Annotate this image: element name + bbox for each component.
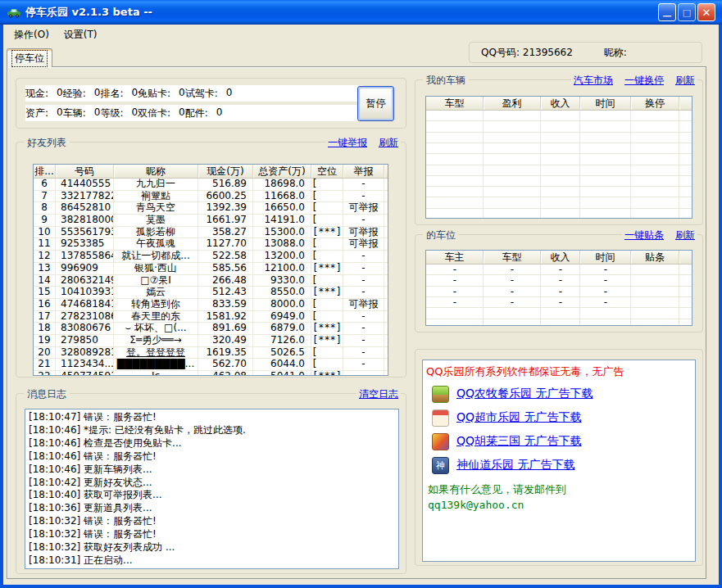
promo-link-row[interactable]: QQ超市乐园 无广告下载	[432, 409, 692, 427]
column-header-model[interactable]: 车型	[484, 251, 541, 264]
column-header-time[interactable]: 时间	[580, 251, 631, 264]
friend-row[interactable]: 17 278231086 春天里的东 1581.92 6949.0 [ ] -	[34, 311, 388, 323]
column-header-qq[interactable]: 号码	[56, 165, 114, 178]
promo-links: QQ农牧餐乐园 无广告下载 QQ超市乐园 无广告下载 QQ胡莱三国 无广告下载	[426, 385, 692, 474]
friend-row[interactable]: 14 280632149 □⑦呆Ⅰ 266.48 9330.0 [ ] -	[34, 275, 388, 287]
friend-row[interactable]: 16 474681841 转角遇到你 833.59 8000.0 [ ] 可举报	[34, 299, 388, 311]
friend-report: 可举报	[343, 202, 384, 215]
report-all-link[interactable]: 一键举报	[328, 136, 367, 150]
friend-row[interactable]: 18 83080676 ⌣ 坏坏、□(... 891.69 6879.0 [**…	[34, 323, 388, 335]
my-cars-panel: 我的车辆 汽车市场 一键换停 刷新 车型 盈利 收入 时间 换停	[415, 79, 703, 225]
friend-row[interactable]: 6 41440555 九九归一 516.89 18698.0 [ ] -	[34, 179, 388, 191]
column-header-owner[interactable]: 车主	[426, 251, 484, 264]
friend-slots: [ ]	[311, 191, 343, 203]
column-header-assets[interactable]: 总资产(万)	[253, 165, 311, 178]
column-header-income[interactable]: 收入	[541, 97, 580, 110]
friend-row[interactable]: 9 382818000 茣墨 1661.97 14191.0 [ ] -	[34, 215, 388, 227]
friend-filler	[384, 299, 388, 311]
friend-rank: 22	[34, 371, 56, 376]
column-header-cash[interactable]: 现金(万)	[198, 165, 253, 178]
column-header-rank[interactable]: 排...	[34, 165, 56, 178]
spot-income: -	[541, 297, 580, 308]
maximize-button[interactable]: □	[678, 3, 696, 21]
friends-refresh-link[interactable]: 刷新	[379, 136, 398, 150]
friends-table-body: 6 41440555 九九归一 516.89 18698.0 [ ] - 7	[34, 179, 388, 376]
download-link[interactable]: QQ胡莱三国 无广告下载	[456, 434, 582, 449]
friend-slots: [***]	[311, 287, 343, 299]
parking-row[interactable]: - - - -	[426, 265, 692, 275]
swap-all-link[interactable]: 一键换停	[624, 74, 664, 88]
friend-filler	[384, 179, 388, 191]
log-entry: [18:10:32] 获取好友列表成功 ...	[29, 541, 395, 554]
log-entry: [18:10:46] 更新车辆列表...	[29, 464, 395, 477]
friend-report: 可举报	[343, 238, 384, 251]
friend-assets: 5041.0	[253, 371, 311, 376]
friend-report: -	[343, 323, 384, 335]
ticket-all-link[interactable]: 一键贴条	[624, 228, 664, 242]
friend-cash: 585.56	[198, 263, 253, 275]
friend-row[interactable]: 19 279850 Σ═勇少══→ 320.49 7126.0 [***] -	[34, 335, 388, 347]
column-header-report[interactable]: 举报	[343, 165, 384, 178]
friend-row[interactable]: 11 9253385 午夜孤魂 1127.70 13088.0 [ ] 可举报	[34, 238, 388, 251]
supermarket-game-icon	[432, 409, 449, 427]
parking-spots-panel: 的车位 一键贴条 刷新 车主 车型 收入 时间 贴条	[415, 234, 703, 332]
friend-row[interactable]: 12 137855864 就让一切都成... 522.58 13200.0 [ …	[34, 251, 388, 263]
promo-link-row[interactable]: QQ胡莱三国 无广告下载	[432, 432, 692, 450]
column-header-swap[interactable]: 换停	[631, 97, 679, 110]
download-link[interactable]: QQ超市乐园 无广告下载	[456, 410, 582, 425]
column-header-ticket[interactable]: 贴条	[631, 251, 679, 264]
friends-list-panel: 好友列表 一键举报 刷新 排... 号码 昵称 现金(万) 总资产(万) 空位 …	[16, 142, 406, 378]
stats-row-1: 现金:0 经验:0 排名:0 免贴卡:0 试驾卡:0	[25, 85, 363, 102]
download-link[interactable]: QQ农牧餐乐园 无广告下载	[456, 387, 593, 401]
friend-filler	[384, 275, 388, 287]
friend-row[interactable]: 13 996909 银狐·西山 585.56 12100.0 [***] -	[34, 263, 388, 275]
friend-assets: 12100.0	[253, 263, 311, 275]
download-link[interactable]: 神仙道乐园 无广告下载	[456, 458, 574, 473]
friend-assets: 9330.0	[253, 275, 311, 287]
friend-cash: 516.89	[198, 179, 253, 191]
friend-slots: [ ]	[311, 215, 343, 227]
friend-cash: 522.58	[198, 251, 253, 263]
friend-row[interactable]: 8 86452810 青鸟天空 1392.39 16650.0 [ ] 可举报	[34, 202, 388, 215]
friend-row[interactable]: 7 332177822 裥簟點 6600.25 11668.0 [ ] -	[34, 191, 388, 203]
friend-row[interactable]: 22 450774591 Jc 462.08 5041.0 [***] -	[34, 371, 388, 376]
column-header-model[interactable]: 车型	[426, 97, 484, 110]
tab-parking-label: 停车位	[11, 50, 48, 67]
parking-refresh-link[interactable]: 刷新	[675, 228, 695, 242]
friend-filler	[384, 215, 388, 227]
close-button[interactable]: ✕	[697, 3, 715, 21]
friend-assets: 18698.0	[253, 179, 311, 191]
column-header-slots[interactable]: 空位	[311, 165, 343, 178]
clear-log-link[interactable]: 清空日志	[359, 387, 398, 401]
friend-slots: [ ]	[311, 238, 343, 251]
minimize-button[interactable]: —	[658, 3, 676, 21]
friend-slots: [ ]	[311, 275, 343, 287]
column-header-income[interactable]: 收入	[541, 251, 580, 264]
friend-filler	[384, 323, 388, 335]
spot-model: -	[484, 287, 541, 297]
parking-row[interactable]: - - - -	[426, 297, 692, 308]
column-header-profit[interactable]: 盈利	[484, 97, 541, 110]
parking-row[interactable]: - - - -	[426, 287, 692, 297]
friend-row[interactable]: 15 104103931 嫣云 512.43 8550.0 [***] -	[34, 287, 388, 299]
tab-parking[interactable]: 停车位	[7, 48, 52, 67]
menu-item-settings[interactable]: 设置(T)	[57, 25, 105, 44]
friend-rank: 16	[34, 299, 56, 311]
car-market-link[interactable]: 汽车市场	[574, 74, 613, 88]
menu-item-operate[interactable]: 操作(O)	[7, 25, 57, 44]
column-header-time[interactable]: 时间	[580, 97, 631, 110]
column-header-nick[interactable]: 昵称	[114, 165, 198, 178]
promo-panel: QQ乐园所有系列软件都保证无毒，无广告 QQ农牧餐乐园 无广告下载 QQ超市乐园…	[415, 349, 703, 566]
pause-button[interactable]: 暂停	[357, 86, 394, 121]
friend-assets: 8550.0	[253, 287, 311, 299]
promo-link-row[interactable]: 神仙道乐园 无广告下载	[432, 456, 692, 474]
promo-link-row[interactable]: QQ农牧餐乐园 无广告下载	[432, 385, 692, 403]
parking-row[interactable]: - - - -	[426, 275, 692, 286]
friend-row[interactable]: 20 328089281 登。登登登登 1619.35 5026.5 [ ] -	[34, 347, 388, 360]
title-bar: 停车乐园 v2.1.3 beta -- — □ ✕	[0, 0, 722, 25]
my-cars-refresh-link[interactable]: 刷新	[675, 74, 695, 88]
friend-assets: 14191.0	[253, 215, 311, 227]
friend-row[interactable]: 21 1123434... █████████... 562.70 6044.0…	[34, 359, 388, 371]
friend-rank: 7	[34, 191, 56, 203]
friend-row[interactable]: 10 553561793 孤影若柳 358.27 15300.0 [***] 可…	[34, 227, 388, 239]
